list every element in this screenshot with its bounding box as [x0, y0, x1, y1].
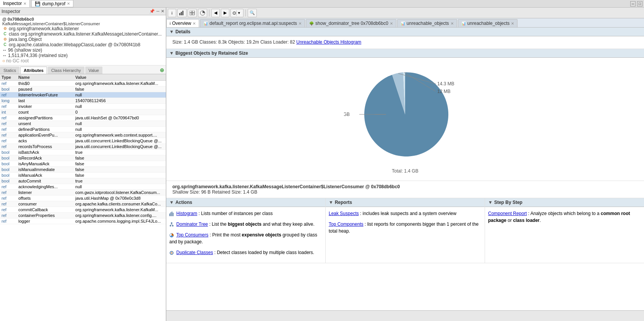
table-row[interactable]: intcount0: [0, 109, 166, 115]
minimize-icon[interactable]: ─: [156, 9, 159, 14]
reports-header[interactable]: ▼ Reports: [326, 198, 485, 207]
loader-line: C org.apache.catalina.loader.WebappClass…: [2, 42, 164, 47]
tab-action-icon[interactable]: ⊕: [158, 66, 166, 74]
pie-button[interactable]: [198, 9, 207, 17]
dump-tab[interactable]: 💾 dump.hprof ✕: [31, 0, 73, 7]
tab-overview[interactable]: i Overview ✕: [166, 19, 199, 27]
cell-name: invoker: [17, 104, 74, 109]
table-row[interactable]: reflistenercom.gwzx.iotprotocol.listener…: [0, 190, 166, 196]
svg-rect-3: [190, 11, 192, 13]
cell-value: null: [74, 127, 166, 132]
table-row[interactable]: refloggerorg.apache.commons.logging.impl…: [0, 218, 166, 224]
details-title: Details: [175, 29, 190, 34]
table-row[interactable]: boolisManualImmediatefalse: [0, 167, 166, 173]
history-dropdown[interactable]: ▼: [236, 10, 242, 16]
back-button[interactable]: ◀: [211, 9, 220, 17]
actions-header[interactable]: ▼ Actions: [166, 198, 325, 207]
table-row[interactable]: refacknowledgingMes...null: [0, 184, 166, 190]
object-info: org.springframework.kafka.listener.Kafka…: [166, 181, 644, 198]
dump-tab-close[interactable]: ✕: [67, 2, 70, 6]
table-row[interactable]: refcommitCallbackorg.springframework.kaf…: [0, 207, 166, 213]
step-header[interactable]: ▼ Step By Step: [485, 198, 644, 207]
cell-name: isAnyManualAck: [17, 161, 74, 167]
cell-value: null: [74, 104, 166, 109]
tab-unreachable-2-close[interactable]: ✕: [511, 21, 514, 26]
table-row[interactable]: refinvokernull: [0, 104, 166, 109]
inspector-tab-close[interactable]: ✕: [23, 2, 26, 6]
cell-type: int: [0, 109, 17, 115]
cell-type: bool: [0, 150, 17, 155]
tab-overview-close[interactable]: ✕: [193, 21, 196, 26]
table-row[interactable]: refoffsetsjava.util.HashMap @ 0x708e0c3d…: [0, 196, 166, 201]
table-row[interactable]: boolisRecordAckfalse: [0, 155, 166, 161]
duplicate-classes-link[interactable]: Duplicate Classes: [176, 250, 213, 255]
table-row[interactable]: boolisAnyManualAckfalse: [0, 161, 166, 167]
object-sizes: Shallow Size: 96 B Retained Size: 1.4 GB: [172, 189, 638, 195]
table-row[interactable]: refconsumerorg.apache.kafka.clients.cons…: [0, 201, 166, 207]
table-row[interactable]: longlast1540708112456: [0, 98, 166, 104]
tab-class-hierarchy[interactable]: Class Hierarchy: [48, 67, 84, 74]
classloader-value: 82: [290, 39, 295, 45]
top-consumers-icon: [169, 233, 174, 238]
cell-value: false: [74, 86, 166, 92]
tab-value[interactable]: Value: [85, 67, 102, 74]
table-row[interactable]: refdefinedPartitionsnull: [0, 127, 166, 132]
table-row[interactable]: boolpausedfalse: [0, 86, 166, 92]
history-button[interactable]: ⊙ ▼: [230, 9, 243, 17]
actions-section: ▼ Actions Histogram : Lists number of in…: [166, 198, 326, 263]
table-row[interactable]: boolisManualAckfalse: [0, 173, 166, 178]
close-icon[interactable]: ✕: [161, 9, 164, 14]
cell-value: null: [74, 92, 166, 98]
table-row[interactable]: refunsentnull: [0, 121, 166, 127]
top-consumers-link[interactable]: Top Consumers: [176, 232, 208, 238]
info-button[interactable]: i: [168, 9, 176, 17]
pin-icon[interactable]: 📌: [149, 9, 155, 14]
tab-default-report[interactable]: 📊 default_report org.eclipse.mat.api:sus…: [200, 19, 305, 27]
table-row[interactable]: refthis$0org.springframework.kafka.liste…: [0, 81, 166, 86]
cell-value: null: [74, 184, 166, 190]
gc-root-line: ○ no GC root: [2, 58, 164, 64]
tab-default-report-close[interactable]: ✕: [298, 21, 302, 26]
table-row[interactable]: boolisBatchAcktrue: [0, 150, 166, 155]
table-row[interactable]: refassignedPartitionsjava.util.HashSet @…: [0, 115, 166, 121]
table-row[interactable]: refcontainerPropertiesorg.springframewor…: [0, 213, 166, 218]
cell-name: acks: [17, 138, 74, 144]
biggest-objects-content: 1.4 GB 14.3 MB 12 MB Total: 1.4 GB: [166, 58, 644, 181]
tab-dominator[interactable]: 🌳 show_dominator_tree 0x708db6bc0 ✕: [306, 19, 396, 27]
loader-icon: C: [2, 42, 8, 47]
table-row[interactable]: refacksjava.util.concurrent.LinkedBlocki…: [0, 138, 166, 144]
cell-name: last: [17, 98, 74, 104]
tab-unreachable-2[interactable]: 📊 unreachable_objects ✕: [458, 19, 518, 27]
table-row[interactable]: refapplicationEventPu...org.springframew…: [0, 132, 166, 138]
svg-rect-5: [190, 13, 192, 15]
package-text: org.springframework.kafka.listener: [9, 26, 79, 31]
search-button[interactable]: 🔍: [248, 9, 257, 17]
table-row[interactable]: reflistenerInvokerFuturenull: [0, 92, 166, 98]
histogram-button[interactable]: [177, 9, 187, 17]
tab-unreachable-1-close[interactable]: ✕: [451, 21, 454, 26]
cell-type: bool: [0, 167, 17, 173]
leak-suspects-link[interactable]: Leak Suspects: [329, 211, 359, 216]
dominator-link[interactable]: Dominator Tree: [176, 222, 208, 227]
cell-type: ref: [0, 127, 17, 132]
top-components-link[interactable]: Top Components: [329, 222, 363, 227]
details-header[interactable]: ▼ Details: [166, 28, 644, 36]
tab-unreachable-1[interactable]: 📊 unreachable_objects ✕: [397, 19, 457, 27]
forward-button[interactable]: ▶: [221, 9, 229, 17]
minimize-button[interactable]: ─: [630, 1, 636, 7]
table-row[interactable]: refrecordsToProcessjava.util.concurrent.…: [0, 144, 166, 150]
inspector-tab[interactable]: Inspector ✕: [0, 0, 30, 7]
tab-attributes[interactable]: Attributes: [20, 67, 47, 74]
unreachable-link[interactable]: Unreachable Objects Histogram: [296, 39, 361, 45]
tab-default-report-label: default_report org.eclipse.mat.api:suspe…: [209, 21, 297, 26]
histogram-link[interactable]: Histogram: [176, 211, 197, 216]
component-report-link[interactable]: Component Report: [488, 211, 527, 216]
dump-icon: 💾: [35, 1, 41, 7]
tab-statics[interactable]: Statics: [0, 67, 19, 74]
table-row[interactable]: boolautoCommittrue: [0, 178, 166, 184]
grid-button[interactable]: [188, 9, 197, 17]
maximize-button[interactable]: □: [637, 1, 642, 7]
biggest-objects-header[interactable]: ▼ Biggest Objects by Retained Size: [166, 49, 644, 58]
tab-dominator-close[interactable]: ✕: [390, 21, 393, 26]
biggest-collapse-icon: ▼: [169, 51, 174, 56]
